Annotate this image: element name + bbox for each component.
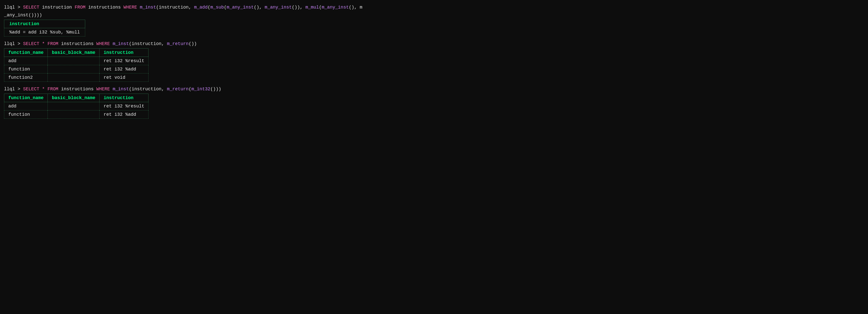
fn-m_add: m_add — [194, 5, 208, 10]
plain-text: ( — [189, 87, 191, 92]
table-row: function ret i32 %add — [4, 65, 149, 74]
plain-text: (instruction, — [129, 87, 167, 92]
keyword-where-2: WHERE — [96, 41, 110, 46]
keyword-select-1: SELECT — [23, 5, 39, 10]
plain-text: (instruction, — [129, 41, 167, 46]
fn-m_inst-3: m_inst — [113, 87, 129, 92]
cell-instruction: ret void — [99, 74, 149, 82]
query-block-1: llql > SELECT instruction FROM instructi… — [4, 4, 864, 36]
cell-function_name: add — [4, 57, 48, 65]
keyword-where-1: WHERE — [123, 5, 137, 10]
col-header-instruction-3: instruction — [99, 94, 149, 102]
cell-basic_block_name — [48, 57, 99, 65]
col-header-function_name-2: function_name — [4, 49, 48, 57]
prompt-prefix: llql > — [4, 5, 23, 10]
query-block-3: llql > SELECT * FROM instructions WHERE … — [4, 86, 864, 119]
cell-function_name: function — [4, 65, 48, 74]
prompt-prefix-3: llql > — [4, 87, 23, 92]
cell-function_name: add — [4, 102, 48, 110]
plain-text — [110, 41, 113, 46]
keyword-select-3: SELECT — [23, 87, 39, 92]
cell-function_name: function2 — [4, 74, 48, 82]
col-header-instruction-2: instruction — [99, 49, 149, 57]
keyword-star-2: * — [42, 41, 45, 46]
plain-text: (instruction, — [156, 5, 194, 10]
plain-text: ()) — [189, 41, 197, 46]
query-line-1: llql > SELECT instruction FROM instructi… — [4, 4, 864, 11]
cell-instruction: ret i32 %result — [99, 57, 149, 65]
col-header-basic_block_name-3: basic_block_name — [48, 94, 99, 102]
keyword-from-3: FROM — [48, 87, 58, 92]
fn-m_any_inst-1: m_any_inst — [227, 5, 254, 10]
fn-m_int32: m_int32 — [191, 87, 210, 92]
cell-basic_block_name — [48, 102, 99, 110]
col-header-basic_block_name-2: basic_block_name — [48, 49, 99, 57]
keyword-from-2: FROM — [48, 41, 58, 46]
fn-m_mul: m_mul — [305, 5, 319, 10]
col-header-function_name-3: function_name — [4, 94, 48, 102]
fn-m_any_inst-2: m_any_inst — [265, 5, 292, 10]
plain-text: ( — [224, 5, 227, 10]
cell-instruction: %add = add i32 %sub, %mull — [4, 28, 85, 36]
plain-text: instructions — [86, 5, 123, 10]
cell-basic_block_name — [48, 65, 99, 74]
fn-m_return-1: m_return — [167, 41, 188, 46]
cell-instruction: ret i32 %add — [99, 65, 149, 74]
query-block-2: llql > SELECT * FROM instructions WHERE … — [4, 40, 864, 82]
fn-m_inst-1: m_inst — [140, 5, 156, 10]
keyword-star-3: * — [42, 87, 45, 92]
cell-instruction: ret i32 %result — [99, 102, 149, 110]
fn-m_inst-2: m_inst — [113, 41, 129, 46]
fn-m_return-2: m_return — [167, 87, 188, 92]
fn-m_any_inst-3: m_any_inst — [322, 5, 349, 10]
keyword-where-3: WHERE — [96, 87, 110, 92]
plain-text: _any_inst — [4, 12, 28, 18]
table-row: %add = add i32 %sub, %mull — [4, 28, 85, 36]
cell-basic_block_name — [48, 74, 99, 82]
result-table-2: function_name basic_block_name instructi… — [4, 48, 149, 82]
plain-text: instructions — [58, 41, 96, 46]
col-header-instruction-1: instruction — [4, 20, 85, 28]
plain-text: ())) — [210, 87, 221, 92]
cell-basic_block_name — [48, 110, 99, 119]
plain-text: ()), — [292, 5, 305, 10]
cell-instruction: ret i32 %add — [99, 110, 149, 119]
plain-text — [110, 87, 113, 92]
table-row: add ret i32 %result — [4, 57, 149, 65]
plain-text — [45, 87, 48, 92]
plain-text — [45, 41, 48, 46]
plain-text: instruction — [39, 5, 74, 10]
plain-text: ( — [208, 5, 210, 10]
plain-text — [39, 41, 42, 46]
plain-text: (), m — [349, 5, 362, 10]
keyword-from-1: FROM — [75, 5, 86, 10]
prompt-prefix-2: llql > — [4, 41, 23, 46]
fn-m_sub: m_sub — [210, 5, 224, 10]
query-line-3: llql > SELECT * FROM instructions WHERE … — [4, 86, 864, 93]
query-line-1b: _any_inst()))) — [4, 12, 864, 19]
plain-text: instructions — [58, 87, 96, 92]
plain-text: ( — [319, 5, 322, 10]
plain-text — [137, 5, 140, 10]
table-row: function2 ret void — [4, 74, 149, 82]
query-line-2: llql > SELECT * FROM instructions WHERE … — [4, 40, 864, 47]
table-row: function ret i32 %add — [4, 110, 149, 119]
cell-function_name: function — [4, 110, 48, 119]
result-table-3: function_name basic_block_name instructi… — [4, 94, 149, 119]
plain-text: ()))) — [28, 12, 42, 18]
result-table-1: instruction %add = add i32 %sub, %mull — [4, 20, 85, 36]
table-row: add ret i32 %result — [4, 102, 149, 110]
plain-text — [39, 87, 42, 92]
plain-text: (), — [254, 5, 265, 10]
keyword-select-2: SELECT — [23, 41, 39, 46]
